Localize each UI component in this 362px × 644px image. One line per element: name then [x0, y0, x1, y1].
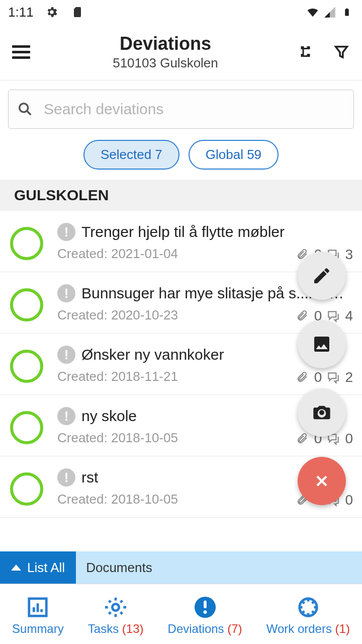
page-subtitle: 510103 Gulskolen — [32, 55, 299, 71]
fab-close[interactable] — [298, 457, 346, 505]
svg-rect-4 — [204, 600, 207, 608]
fab-image[interactable] — [298, 320, 346, 368]
app-bar: Deviations 510103 Gulskolen — [0, 24, 362, 80]
page-title: Deviations — [32, 33, 299, 54]
signal-icon — [323, 5, 337, 19]
menu-button[interactable] — [12, 42, 32, 62]
sd-card-icon — [70, 5, 84, 19]
documents-label[interactable]: Documents — [76, 560, 152, 576]
fab-edit[interactable] — [298, 252, 346, 300]
priority-icon: ! — [57, 284, 75, 302]
fab-camera[interactable] — [298, 388, 346, 437]
search-icon — [17, 101, 34, 118]
battery-icon — [340, 5, 354, 19]
nav-summary[interactable]: Summary — [12, 596, 64, 636]
bottom-nav: Summary Tasks (13) Deviations (7) Work o… — [0, 584, 362, 644]
item-title: Trenger hjelp til å flytte møbler — [81, 223, 353, 240]
nav-deviations[interactable]: Deviations (7) — [168, 596, 242, 636]
filter-icon[interactable] — [333, 44, 350, 61]
priority-icon: ! — [57, 407, 75, 425]
wifi-icon — [306, 5, 320, 19]
hierarchy-icon[interactable] — [299, 43, 317, 61]
svg-point-5 — [203, 610, 207, 614]
nav-workorders[interactable]: Work orders (1) — [266, 596, 350, 636]
status-circle-icon — [10, 350, 43, 383]
status-circle-icon — [10, 411, 43, 444]
priority-icon: ! — [57, 346, 75, 364]
priority-icon: ! — [57, 223, 75, 241]
scope-chips: Selected 7 Global 59 — [0, 129, 362, 180]
search-input[interactable] — [44, 101, 345, 118]
status-circle-icon — [10, 288, 43, 321]
chip-selected[interactable]: Selected 7 — [83, 140, 179, 170]
nav-tasks[interactable]: Tasks (13) — [88, 596, 144, 636]
list-all-button[interactable]: List All — [0, 551, 76, 584]
section-header: GULSKOLEN — [0, 180, 362, 211]
search-input-wrap[interactable] — [8, 90, 354, 129]
status-circle-icon — [10, 472, 43, 506]
doc-strip: List All Documents — [0, 551, 362, 584]
status-circle-icon — [10, 227, 43, 260]
status-time: 1:11 — [8, 5, 34, 20]
fab-stack — [298, 252, 346, 505]
svg-point-2 — [112, 604, 119, 610]
priority-icon: ! — [57, 468, 75, 487]
svg-point-0 — [20, 104, 28, 112]
status-bar: 1:11 — [0, 0, 362, 24]
gear-icon — [45, 5, 59, 19]
chip-global[interactable]: Global 59 — [189, 140, 279, 170]
chevron-up-icon — [11, 565, 21, 571]
